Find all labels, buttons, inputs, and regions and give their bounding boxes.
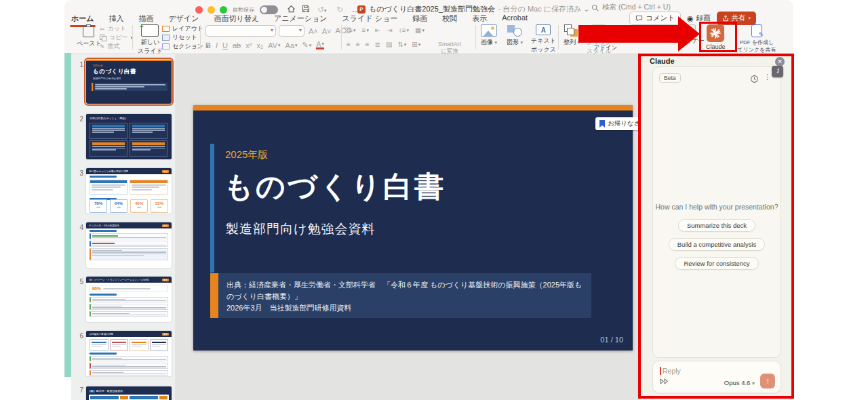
slide-small-buttons: レイアウト ▾ リセット セクション ▾ <box>162 25 209 50</box>
scissors-icon: ✂ <box>100 26 105 33</box>
arrange-button[interactable]: 整列 ▾ <box>564 24 580 47</box>
thumbnail-slide-4[interactable]: デジタル化・DXの進展状況概況 <box>86 222 172 268</box>
addins-button[interactable]: アドイン <box>592 45 619 52</box>
layout-button[interactable]: レイアウト ▾ <box>162 25 209 33</box>
slide-source-box[interactable]: 出典：経済産業省・厚生労働省・文部科学省 「令和６年度 ものづくり基盤技術の振興… <box>210 273 591 318</box>
paste-button[interactable]: ペースト <box>77 24 102 48</box>
slide-thumbnail-panel[interactable]: 1 2025年版 ものづくり白書 製造部門向け勉強会資料 2 今回の白書のポイン… <box>71 54 175 400</box>
info-icon[interactable]: i <box>772 66 783 77</box>
text-direction-button[interactable]: ▦▾ <box>415 26 425 34</box>
smartart-label-1: SmartArt <box>438 41 461 47</box>
main-slide[interactable]: お帰りなさい。 2025年版 ものづくり白書 製造部門向け勉強会資料 出典：経済… <box>193 105 633 351</box>
bullets-button[interactable]: ⁝≡▾ <box>347 26 356 34</box>
format-painter-button[interactable]: ✎書式 <box>100 43 133 50</box>
ribbon-separator <box>200 25 201 49</box>
claude-ribbon-button[interactable]: Claude <box>706 24 726 50</box>
thumbnail-slide-2[interactable]: 今回の白書のポイント（要約） <box>86 114 172 159</box>
line-spacing-button[interactable]: ↕≡▾ <box>399 26 409 34</box>
copy-button[interactable]: コピー ▾ <box>100 34 133 41</box>
font-size-combo[interactable] <box>279 25 304 37</box>
thumb3-stat: 52%指標 <box>151 199 168 213</box>
font-color-button[interactable]: A▾ <box>316 41 324 49</box>
align-left-button[interactable]: ≡ <box>347 41 351 48</box>
thumb5-row <box>90 297 168 303</box>
align-objects-button[interactable]: ⊞▾ <box>412 41 420 48</box>
model-selector[interactable]: Opus 4.6 ▾ <box>724 379 755 386</box>
create-pdf-button[interactable]: PDF を作成し てリンクを共有 <box>736 24 778 54</box>
thumb2-box <box>90 123 127 139</box>
align-center-button[interactable]: ≡ <box>356 41 360 48</box>
outdent-button[interactable]: ⇤ <box>375 26 380 34</box>
justify-button[interactable]: ≣ <box>375 41 380 48</box>
thumb3-left-box <box>90 180 127 195</box>
columns-button[interactable]: ▤ <box>386 41 392 48</box>
slide-number: 6 <box>74 332 83 340</box>
thumb1-badge: 2025年版 <box>93 64 172 67</box>
numbering-button[interactable]: ≡▾ <box>362 26 369 34</box>
welcome-back-text: お帰りなさい。 <box>608 119 638 128</box>
strikethrough-button[interactable]: ab <box>233 41 241 49</box>
shapes-label: 図形 <box>507 39 519 45</box>
record-button[interactable]: ◉ 録画 <box>687 14 711 23</box>
share-chevron-icon: ▾ <box>749 16 751 21</box>
bookmark-icon <box>599 120 605 127</box>
thumbnail-slide-7[interactable]: AI AI活用・最新技術動向 <box>86 386 172 400</box>
new-slide-button[interactable]: + 新しい スライド <box>138 24 163 56</box>
model-name: Opus 4.6 <box>724 379 751 386</box>
slide-title[interactable]: ものづくり白書 <box>224 167 446 207</box>
smartart-button[interactable]: SmartArt に変換 <box>431 41 469 55</box>
insert-shape-button[interactable]: 図形 ▾ <box>507 24 523 47</box>
bold-button[interactable]: B <box>205 41 211 49</box>
thumb2-box <box>130 140 167 157</box>
slide-canvas[interactable]: お帰りなさい。 2025年版 ものづくり白書 製造部門向け勉強会資料 出典：経済… <box>175 54 638 400</box>
close-icon[interactable]: ✕ <box>775 57 785 66</box>
subscript-button[interactable]: x₂ <box>256 41 263 49</box>
suggestion-summarize-deck[interactable]: Summarize this deck <box>678 219 755 232</box>
shrink-font-button[interactable]: A˅ <box>322 27 332 35</box>
insert-image-button[interactable]: 画像 ▾ <box>481 24 497 47</box>
new-slide-label-1: 新しい <box>141 39 159 45</box>
reset-button[interactable]: リセット <box>162 34 209 41</box>
highlight-pen-icon[interactable]: ✎▾ <box>302 41 312 49</box>
reset-icon <box>162 35 170 41</box>
vertical-align-button[interactable]: ⇅▾ <box>397 41 406 48</box>
thumbnail-slide-3[interactable]: 我が国ものづくり産業の現状と課題要点 78%指標 64%指標 40%指標 52%… <box>86 168 172 214</box>
slide-number: 3 <box>74 169 83 177</box>
thumb6-row <box>90 370 168 376</box>
change-case-button[interactable]: Aa▾ <box>285 41 298 49</box>
powerpoint-app: 自動保存 ↺▾ ↻ … P ものづくり白書2025_製造部門勉強会 - 自分の … <box>0 0 868 400</box>
char-spacing-button[interactable]: AV▾ <box>268 41 280 49</box>
suggestion-review-consistency[interactable]: Review for consistency <box>675 257 758 270</box>
share-icon <box>722 15 729 22</box>
superscript-button[interactable]: x² <box>245 41 252 49</box>
align-right-button[interactable]: ≡ <box>366 41 370 48</box>
font-name-combo[interactable] <box>205 25 276 37</box>
search-field[interactable]: 検索 (Cmd + Ctrl + U) <box>591 3 671 12</box>
grow-font-button[interactable]: A˄ <box>309 27 318 35</box>
slide-subtitle[interactable]: 製造部門向け勉強会資料 <box>226 220 375 238</box>
slide-number: 4 <box>74 224 83 231</box>
thumb3-title: 我が国ものづくり産業の現状と課題 <box>89 170 128 173</box>
italic-button[interactable]: I <box>216 41 218 49</box>
indent-button[interactable]: ⇥ <box>387 26 392 34</box>
thumb7-badge: AI <box>89 390 95 393</box>
thumb5-stat: 36% <box>92 286 101 291</box>
suggestion-competitive-analysis[interactable]: Build a competitive analysis <box>669 238 766 251</box>
underline-button[interactable]: U <box>222 41 228 49</box>
more-menu-icon[interactable]: ⋮ <box>764 73 771 81</box>
section-button[interactable]: セクション ▾ <box>162 43 209 50</box>
insert-textbox-button[interactable]: A テキスト ボックス <box>531 24 556 54</box>
thumb4-summary-box <box>90 248 168 260</box>
slide-source-line1: 出典：経済産業省・厚生労働省・文部科学省 「令和６年度 ものづくり基盤技術の振興… <box>226 281 582 300</box>
thumbnail-slide-6[interactable]: 人材確保と育成の課題重要 <box>86 331 172 376</box>
history-icon[interactable] <box>750 74 759 86</box>
cut-button[interactable]: ✂カット <box>100 25 133 33</box>
fast-forward-icon[interactable] <box>660 375 669 387</box>
send-button[interactable]: ↑ <box>760 374 775 388</box>
thumbnail-slide-1[interactable]: 2025年版 ものづくり白書 製造部門向け勉強会資料 <box>86 60 172 104</box>
ribbon: ペースト ✂カット コピー ▾ ✎書式 + 新しい スライド レイアウト ▾ リ… <box>64 22 793 54</box>
designer-button[interactable]: デザイナー <box>673 24 705 45</box>
reply-input[interactable]: Reply Opus 4.6 ▾ ↑ <box>652 361 781 393</box>
thumb3-stat: 64%指標 <box>110 199 127 213</box>
thumbnail-slide-5[interactable]: GX（グリーン・トランスフォーメーション）への対応要点 36% <box>86 277 172 322</box>
